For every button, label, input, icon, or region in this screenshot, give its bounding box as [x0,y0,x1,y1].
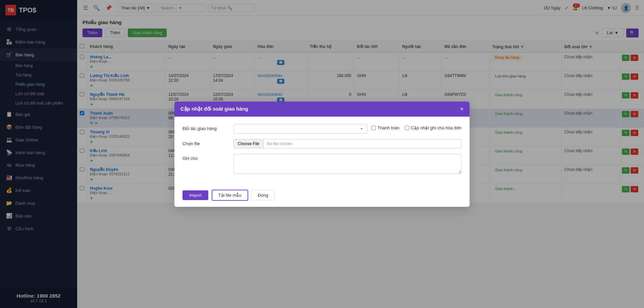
cap-nhat-label: Cập nhật ghi chú hóa đơn [411,125,462,130]
import-button[interactable]: Import [182,190,208,200]
modal-overlay[interactable]: Cập nhật đối soát giao hàng × Đối tác gi… [0,0,644,308]
doi-tac-label: Đối tác giao hàng [182,124,229,131]
modal-body: Đối tác giao hàng GHN GHTK Thanh toán [174,117,470,186]
ghi-chu-label: Ghi chú [182,154,229,161]
modal-footer: Import Tải file mẫu Đóng [174,186,470,207]
chon-file-field: Choose File No file chosen [233,139,462,148]
close-modal-button[interactable]: Đóng [252,190,275,200]
modal-header: Cập nhật đối soát giao hàng × [174,102,470,117]
ghi-chu-field [233,154,462,175]
modal-title: Cập nhật đối soát giao hàng [180,106,248,112]
doi-tac-select-wrap: GHN GHTK [233,124,367,134]
doi-tac-field: GHN GHTK [233,124,367,134]
download-template-button[interactable]: Tải file mẫu [212,190,248,201]
thanh-toan-checkbox-label[interactable]: Thanh toán [371,125,399,130]
doi-tac-select[interactable]: GHN GHTK [233,124,367,134]
modal-close-button[interactable]: × [460,106,464,113]
ghi-chu-textarea[interactable] [233,154,462,174]
file-chosen-text: No file chosen [264,139,461,148]
update-doi-soat-modal: Cập nhật đối soát giao hàng × Đối tác gi… [174,102,470,207]
chon-file-row: Chọn file Choose File No file chosen [182,139,462,148]
cap-nhat-checkbox[interactable] [405,126,409,130]
choose-file-button[interactable]: Choose File [234,139,264,148]
ghi-chu-row: Ghi chú [182,154,462,175]
thanh-toan-label: Thanh toán [377,125,399,130]
modal-checkboxes: Thanh toán Cập nhật ghi chú hóa đơn [371,124,462,130]
doi-tac-row: Đối tác giao hàng GHN GHTK Thanh toán [182,124,462,134]
thanh-toan-checkbox[interactable] [371,126,376,130]
chon-file-label: Chọn file [182,139,229,146]
cap-nhat-checkbox-label[interactable]: Cập nhật ghi chú hóa đơn [405,125,462,130]
